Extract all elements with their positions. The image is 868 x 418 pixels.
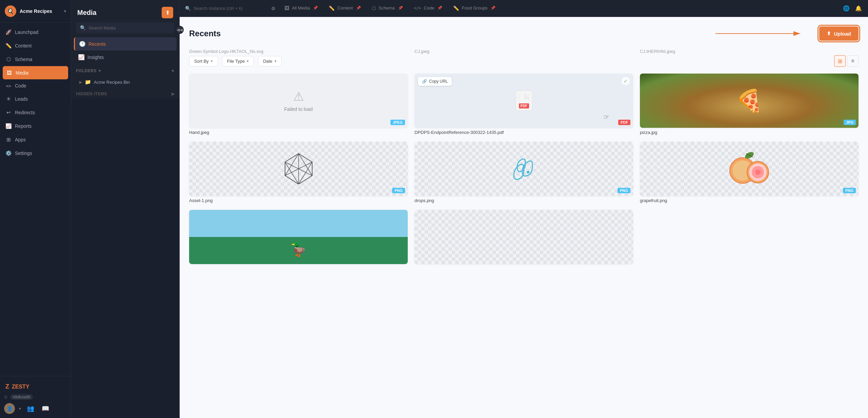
file-type-filter[interactable]: File Type ▾ bbox=[222, 56, 254, 66]
pin-icon: 📌 bbox=[438, 6, 442, 10]
recents-icon: 🕐 bbox=[79, 41, 85, 47]
list-item[interactable]: ⚠ Failed to load JPEG Hand.jpeg bbox=[189, 74, 408, 135]
bottom-actions: 👤 ▾ 👥 📖 bbox=[4, 403, 67, 414]
globe-icon-button[interactable]: 🌐 bbox=[841, 3, 852, 14]
media-card-hand[interactable]: ⚠ Failed to load JPEG bbox=[189, 74, 408, 128]
sidebar-item-code[interactable]: <> Code bbox=[0, 79, 71, 92]
tab-food-groups[interactable]: ✏️ Food Groups 📌 bbox=[448, 1, 501, 16]
hidden-items-section[interactable]: HIDDEN ITEMS ▶ bbox=[71, 89, 179, 98]
upload-button[interactable]: ⬆ Upload bbox=[819, 26, 859, 41]
content-tab-icon: ✏️ bbox=[329, 5, 335, 11]
list-item[interactable]: 🦆 bbox=[189, 210, 408, 264]
list-item[interactable]: 🔗 Copy URL ✓ PDF bbox=[415, 74, 633, 135]
folder-chevron-icon: ▶ bbox=[79, 80, 82, 84]
leads-icon: ✳ bbox=[5, 96, 12, 102]
media-upload-icon-button[interactable]: ⬆ bbox=[162, 7, 173, 18]
tab-schema[interactable]: ⬡ Schema 📌 bbox=[366, 1, 408, 16]
content-icon: ✏️ bbox=[5, 43, 12, 49]
media-sidebar-title: Media bbox=[77, 9, 97, 17]
sidebar-item-reports[interactable]: 📈 Reports bbox=[0, 119, 71, 133]
upload-icon: ⬆ bbox=[827, 31, 831, 37]
sidebar-item-label: Launchpad bbox=[15, 29, 38, 35]
media-search-bar[interactable]: 🔍 bbox=[76, 22, 175, 33]
media-card-drops[interactable]: PNG bbox=[415, 142, 633, 196]
media-grid: ⚠ Failed to load JPEG Hand.jpeg 🔗 Copy U… bbox=[189, 74, 859, 203]
pin-icon: 📌 bbox=[313, 6, 318, 10]
chevron-down-icon: ▾ bbox=[275, 59, 277, 63]
link-icon: 🔗 bbox=[422, 79, 427, 84]
folders-section: FOLDERS ▾ + ▶ 📁 Acme Recipes Bin bbox=[71, 64, 179, 89]
hidden-items-label: HIDDEN ITEMS bbox=[76, 92, 107, 96]
media-search-input[interactable] bbox=[88, 25, 170, 31]
sidebar-item-leads[interactable]: ✳ Leads bbox=[0, 92, 71, 106]
tab-all-media[interactable]: 🖼 All Media 📌 bbox=[279, 1, 323, 16]
topbar: 🔍 ⚙ 🖼 All Media 📌 ✏️ Content 📌 ⬡ Schema … bbox=[180, 0, 868, 17]
folder-item-acme-bin[interactable]: ▶ 📁 Acme Recipes Bin bbox=[76, 77, 175, 87]
list-item[interactable]: 🍕 JPG pizza.jpg bbox=[640, 74, 859, 135]
list-item[interactable]: PNG Asset-1.png bbox=[189, 142, 408, 203]
list-item[interactable] bbox=[415, 210, 633, 264]
chevron-down-icon[interactable]: ▾ bbox=[19, 406, 21, 411]
media-card-asset1[interactable]: PNG bbox=[189, 142, 408, 196]
media-grid-bottom: 🦆 bbox=[189, 210, 859, 264]
instance-hash: #9dfcea96 bbox=[10, 394, 33, 400]
sort-by-filter[interactable]: Sort By ▾ bbox=[189, 56, 218, 66]
tab-content[interactable]: ✏️ Content 📌 bbox=[323, 1, 366, 16]
folders-toggle[interactable]: FOLDERS ▾ bbox=[76, 68, 101, 73]
media-card-extra[interactable] bbox=[415, 210, 633, 264]
list-item[interactable]: PNG drops.png bbox=[415, 142, 633, 203]
sidebar-item-launchpad[interactable]: 🚀 Launchpad bbox=[0, 25, 71, 39]
media-card-duck[interactable]: 🦆 bbox=[189, 210, 408, 264]
file-type-badge: PNG bbox=[392, 188, 405, 193]
add-user-button[interactable]: 👥 bbox=[25, 403, 36, 414]
brand-area[interactable]: 🍳 Acme Recipes ▾ bbox=[0, 0, 71, 23]
drops-svg bbox=[504, 148, 544, 189]
upload-label: Upload bbox=[834, 31, 851, 37]
media-card-grapefruit[interactable]: PNG bbox=[640, 142, 859, 196]
file-type-badge: PNG bbox=[843, 188, 856, 193]
sidebar-item-content[interactable]: ✏️ Content bbox=[0, 39, 71, 53]
sidebar-item-redirects[interactable]: ↩ Redirects bbox=[0, 106, 71, 119]
topbar-search[interactable]: 🔍 bbox=[180, 6, 268, 11]
sidebar-item-apps[interactable]: ⊞ Apps bbox=[0, 133, 71, 146]
list-item[interactable]: PNG grapefruit.png bbox=[640, 142, 859, 203]
list-view-button[interactable]: ≡ bbox=[847, 55, 859, 67]
sidebar-collapse-button[interactable]: ◀◀ bbox=[176, 26, 184, 34]
media-sidebar: Media ⬆ 🔍 🕐 Recents 📈 Insights FOLDERS ▾ bbox=[71, 0, 180, 98]
filter-icon[interactable]: ⚙ bbox=[268, 6, 279, 11]
nav-menu: 🚀 Launchpad ✏️ Content ⬡ Schema 🖼 Media … bbox=[0, 23, 71, 376]
book-icon[interactable]: 📖 bbox=[40, 403, 51, 414]
grid-view-button[interactable]: ⊞ bbox=[834, 55, 846, 67]
folder-icon: 📁 bbox=[85, 79, 91, 85]
media-thumb-grapefruit: PNG bbox=[640, 142, 859, 196]
user-avatar[interactable]: 👤 bbox=[4, 403, 15, 414]
sidebar-item-media[interactable]: 🖼 Media bbox=[3, 66, 68, 79]
topbar-search-input[interactable] bbox=[194, 6, 262, 11]
media-card-pizza[interactable]: 🍕 JPG bbox=[640, 74, 859, 128]
media-sidebar-wrapper: Media ⬆ 🔍 🕐 Recents 📈 Insights FOLDERS ▾ bbox=[71, 0, 180, 418]
add-folder-icon[interactable]: + bbox=[171, 68, 175, 74]
svg-point-17 bbox=[755, 170, 761, 175]
launchpad-icon: 🚀 bbox=[5, 29, 12, 35]
sidebar-item-schema[interactable]: ⬡ Schema bbox=[0, 53, 71, 66]
grapefruit-svg bbox=[727, 148, 771, 189]
media-thumb-hand: ⚠ Failed to load JPEG bbox=[189, 74, 408, 128]
media-nav-insights[interactable]: 📈 Insights bbox=[74, 51, 177, 64]
tab-code[interactable]: </> Code 📌 bbox=[408, 1, 448, 16]
sidebar-item-label: Apps bbox=[15, 137, 26, 142]
copy-url-label: Copy URL bbox=[429, 79, 448, 84]
pin-icon: 📌 bbox=[491, 6, 496, 10]
copy-url-bar[interactable]: 🔗 Copy URL bbox=[418, 77, 452, 86]
media-nav-recents[interactable]: 🕐 Recents bbox=[74, 37, 177, 51]
sidebar-item-settings[interactable]: ⚙️ Settings bbox=[0, 146, 71, 160]
tab-label: Food Groups bbox=[462, 5, 487, 11]
settings-icon: ⚙️ bbox=[5, 150, 12, 156]
svg-point-11 bbox=[527, 171, 529, 174]
media-card-pdf[interactable]: 🔗 Copy URL ✓ PDF bbox=[415, 74, 633, 128]
checkmark-icon: ✓ bbox=[622, 77, 630, 85]
sidebar-item-label: Media bbox=[16, 70, 28, 76]
filter-row: Sort By ▾ File Type ▾ Date ▾ ⊞ ≡ bbox=[189, 55, 859, 67]
notification-icon-button[interactable]: 🔔 bbox=[853, 3, 864, 14]
media-nav: 🕐 Recents 📈 Insights bbox=[71, 37, 179, 64]
date-filter[interactable]: Date ▾ bbox=[258, 56, 281, 66]
